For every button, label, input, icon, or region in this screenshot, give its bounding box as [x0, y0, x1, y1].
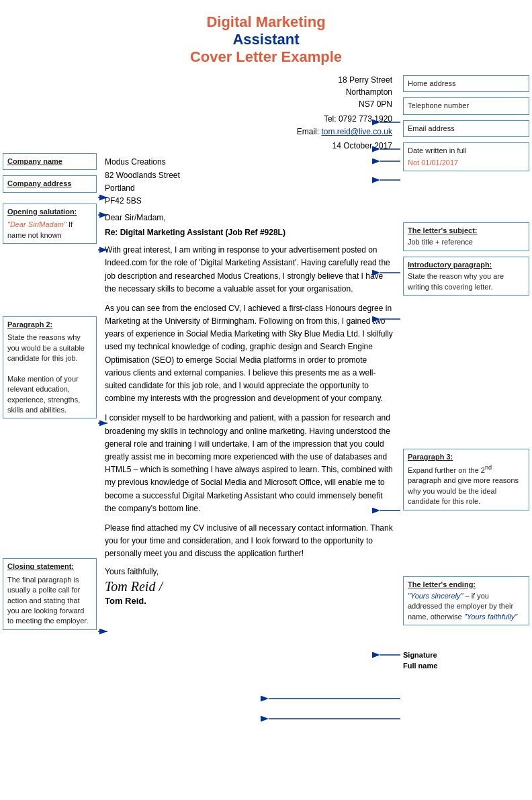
title-line2: Assistant: [13, 31, 519, 48]
ann-telephone: Telephone number: [403, 97, 529, 114]
ann-subject-title: The letter's subject:: [408, 226, 525, 236]
address-line3: NS7 0PN: [359, 99, 392, 109]
ann-ending-body1: "Yours sincerely": [408, 592, 463, 600]
date-value: 14 October 2017: [332, 141, 392, 150]
title-line1: Digital Marketing: [13, 13, 519, 31]
ann-salutation-body1: "Dear Sir/Madam": [7, 220, 66, 228]
ann-company-name: Company name: [3, 153, 97, 170]
para4-text: Please find attached my CV inclusive of …: [105, 523, 393, 558]
ann-para3-body: Expand further on the 2: [408, 466, 485, 474]
ann-date-note: Not 01/01/2017: [408, 158, 525, 168]
para1-text: With great interest, I am writing in res…: [105, 245, 390, 294]
email-value[interactable]: tom.reid@live.co.uk: [321, 127, 392, 136]
left-annotations: Company name Company address Opening sal…: [3, 74, 97, 635]
ann-email-text: Email address: [408, 124, 455, 132]
body-para2: As you can see from the enclosed CV, I a…: [105, 302, 395, 406]
ann-para2-title: Paragraph 2:: [7, 320, 92, 330]
ann-home-address: Home address: [403, 75, 529, 92]
ann-ending-title: The letter's ending:: [408, 580, 525, 590]
ann-sig-label: Signature: [403, 651, 529, 659]
title-line3: Cover Letter Example: [13, 48, 519, 66]
title-area: Digital Marketing Assistant Cover Letter…: [0, 13, 532, 66]
ann-ending: The letter's ending: "Yours sincerely" –…: [403, 576, 529, 626]
subject-text: Re: Digital Marketing Assistant (Job Ref…: [105, 228, 285, 237]
subject-line: Re: Digital Marketing Assistant (Job Ref…: [105, 228, 395, 237]
letter-address: 18 Perry Street Northampton NS7 0PN: [105, 74, 395, 110]
ann-date: Date written in full Not 01/01/2017: [403, 142, 529, 171]
closing-text: Yours faithfully,: [105, 567, 395, 576]
closing-value: Yours faithfully,: [105, 567, 159, 576]
ann-intro-title: Introductory paragraph:: [408, 260, 525, 270]
ann-subject-body: Job title + reference: [408, 237, 525, 247]
ann-home-address-text: Home address: [408, 79, 456, 87]
main-layout: Company name Company address Opening sal…: [0, 74, 532, 670]
para3-text: I consider myself to be hardworking and …: [105, 413, 393, 513]
ann-company-name-title: Company name: [7, 157, 62, 165]
page: Digital Marketing Assistant Cover Letter…: [0, 0, 532, 800]
ann-salutation: Opening salutation: "Dear Sir/Madam" If …: [3, 204, 97, 244]
ann-subject: The letter's subject: Job title + refere…: [403, 222, 529, 251]
company-name: Modus Creations: [105, 156, 395, 169]
address-line1: 18 Perry Street: [338, 75, 392, 85]
ann-para3-title: Paragraph 3:: [408, 452, 525, 462]
right-column: Home address Telephone number Email addr…: [400, 74, 532, 670]
ann-salutation-title: Opening salutation:: [7, 207, 92, 217]
ann-intro: Introductory paragraph: State the reason…: [403, 257, 529, 296]
left-column: Company name Company address Opening sal…: [0, 74, 99, 670]
ann-para3-body2: paragraph and give more reasons why you …: [408, 476, 519, 505]
ann-ending-body3: "Yours faithfully": [464, 613, 517, 621]
ann-para2-body: State the reasons why you would be a sui…: [7, 332, 92, 415]
ann-para3: Paragraph 3: Expand further on the 2nd p…: [403, 449, 529, 510]
ann-closing-body: The final paragraph is usually a polite …: [7, 575, 92, 627]
salutation: Dear Sir/Madam,: [105, 213, 395, 222]
ann-date-title: Date written in full: [408, 146, 525, 156]
full-name: Tom Reid.: [105, 596, 395, 606]
ann-closing: Closing statement: The final paragraph i…: [3, 558, 97, 629]
body-para1: With great interest, I am writing in res…: [105, 244, 395, 296]
email-label: Email:: [297, 127, 319, 136]
ann-company-address: Company address: [3, 175, 97, 192]
ann-company-address-title: Company address: [7, 179, 71, 187]
ann-closing-title: Closing statement:: [7, 562, 92, 572]
salutation-text: Dear Sir/Madam,: [105, 213, 166, 222]
letter-date: 14 October 2017: [105, 141, 395, 150]
ann-fullname-label: Full name: [403, 662, 529, 670]
company-addr3: PF42 5BS: [105, 195, 395, 208]
body-para4: Please find attached my CV inclusive of …: [105, 522, 395, 561]
ann-email: Email address: [403, 120, 529, 137]
ann-intro-body: State the reason why you are writing thi…: [408, 271, 525, 292]
signature: Tom Reid /: [105, 579, 395, 594]
ann-para3-sup: nd: [485, 464, 492, 471]
company-addr2: Portland: [105, 182, 395, 195]
signature-text: Tom Reid /: [105, 579, 163, 594]
ann-telephone-text: Telephone number: [408, 101, 469, 109]
para2-text: As you can see from the enclosed CV, I a…: [105, 304, 393, 403]
letter-contact: Tel: 0792 773 1920 Email: tom.reid@live.…: [105, 113, 395, 138]
full-name-text: Tom Reid.: [105, 596, 146, 606]
address-line2: Northampton: [346, 87, 392, 97]
company-addr1: 82 Woodlands Street: [105, 169, 395, 182]
right-annotations: Home address Telephone number Email addr…: [403, 74, 529, 670]
body-para3: I consider myself to be hardworking and …: [105, 412, 395, 515]
company-block: Modus Creations 82 Woodlands Street Port…: [105, 156, 395, 208]
ann-para2: Paragraph 2: State the reasons why you w…: [3, 316, 97, 419]
center-column: 18 Perry Street Northampton NS7 0PN Tel:…: [99, 74, 400, 670]
tel-line: Tel: 0792 773 1920: [324, 114, 392, 124]
